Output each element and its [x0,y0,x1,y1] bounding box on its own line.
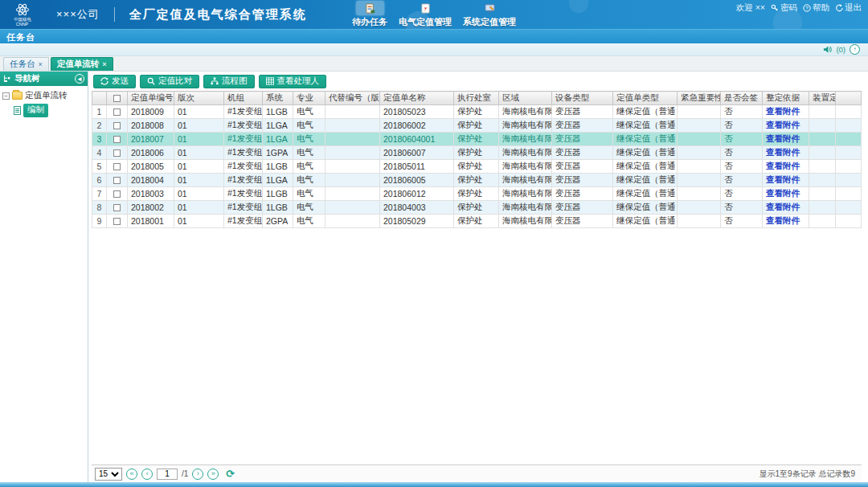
table-cell: 电气 [293,215,326,228]
column-header[interactable]: 定值单名称 [380,92,454,105]
column-header[interactable]: 系统 [263,92,293,105]
table-cell [809,215,836,228]
prev-page-button[interactable]: ‹ [141,469,153,480]
flowchart-button[interactable]: 流程图 [203,75,255,88]
filler-cell [835,215,862,228]
column-header[interactable]: 专业 [293,92,326,105]
row-checkbox[interactable] [113,108,121,116]
table-row[interactable]: 8201800201#1发变组1LGB电气201804003保护处海南核电有限公… [92,201,862,215]
last-page-button[interactable]: » [207,469,219,480]
page-size-select[interactable]: 15 [95,468,122,481]
column-header[interactable]: 版次 [174,92,224,105]
svg-text:?: ? [805,5,809,10]
folder-icon [12,92,23,100]
view-attachment-link[interactable]: 查看附件 [766,188,800,198]
column-header[interactable]: 代替编号（版次） [326,92,380,105]
tree-node-root[interactable]: − 定值单流转 [2,89,85,102]
table-row[interactable]: 3201800701#1发变组1LGA电气20180604001保护处海南核电有… [92,133,862,146]
row-checkbox[interactable] [113,163,121,170]
table-cell: 2018002 [128,201,174,215]
column-header[interactable]: 装置定值 [809,92,836,105]
refresh-button[interactable]: ⟳ [226,468,235,480]
nav-item-todo-tasks[interactable]: 待办任务 [352,1,387,28]
tab-close-icon[interactable]: × [102,61,106,68]
table-cell: 1LGB [263,160,293,174]
table-row[interactable]: 2201800801#1发变组1LGA电气201806002保护处海南核电有限公… [92,119,862,133]
view-attachment-link[interactable]: 查看附件 [766,202,800,211]
setting-compare-button[interactable]: 定值比对 [140,75,199,88]
table-cell [809,160,836,174]
nav-item-system-setting-mgmt[interactable]: 系统定值管理 [463,1,516,28]
select-all-checkbox[interactable] [113,95,121,102]
send-button-label: 发送 [112,76,129,87]
tree-child-label[interactable]: 编制 [23,104,48,117]
view-attachment-link[interactable]: 查看附件 [766,133,800,143]
view-attachment-link[interactable]: 查看附件 [766,215,800,225]
table-row[interactable]: 1201800901#1发变组1LGB电气201805023保护处海南核电有限公… [92,105,862,119]
checkbox-cell [107,174,128,187]
page-number-input[interactable] [157,469,178,480]
tab-setting-sheet-flow[interactable]: 定值单流转 × [51,57,113,71]
column-header[interactable]: 区域 [499,92,552,105]
view-attachment-link[interactable]: 查看附件 [766,174,800,184]
send-button[interactable]: 发送 [93,75,136,88]
row-checkbox[interactable] [113,122,121,129]
main-nav: 待办任务 电气定值管理 系统定值管理 [352,1,516,28]
table-cell: 海南核电有限公司 [499,215,552,228]
column-header[interactable]: 定值单类型 [613,92,678,105]
nav-item-electrical-setting-mgmt[interactable]: 电气定值管理 [399,1,452,28]
table-cell: 海南核电有限公司 [499,201,552,215]
table-row[interactable]: 5201800501#1发变组1LGB电气201805011保护处海南核电有限公… [92,160,862,174]
table-cell: 2018007 [128,133,174,146]
tab-close-icon[interactable]: × [39,61,43,68]
next-page-button[interactable]: › [192,469,203,480]
table-row[interactable]: 4201800601#1发变组1GPA电气201806007保护处海南核电有限公… [92,146,862,160]
help-link[interactable]: ? 帮助 [803,2,829,14]
column-header[interactable]: 定值单编号 [128,92,174,105]
row-checkbox[interactable] [113,218,121,225]
scroll-top-button[interactable]: ↑ [850,44,860,55]
view-attachment-link[interactable]: 查看附件 [766,120,800,129]
column-header[interactable]: 机组 [224,92,263,105]
speaker-icon[interactable] [823,45,832,54]
table-cell: 查看附件 [763,133,809,146]
tree-node-compile[interactable]: 编制 [14,104,85,117]
logout-icon [835,4,843,12]
row-checkbox[interactable] [113,204,121,211]
table-cell [678,174,721,187]
table-cell: #1发变组 [224,146,263,160]
row-checkbox[interactable] [113,136,121,143]
table-cell: 2GPA [263,215,293,228]
row-checkbox[interactable] [113,190,121,198]
tab-workbench[interactable]: 任务台 × [3,57,49,71]
tree-expander-icon[interactable]: − [2,92,10,100]
nav-tree-title: 导航树 [14,73,40,84]
table-cell: 否 [721,105,763,119]
column-header[interactable]: 是否会签 [721,92,763,105]
table-row[interactable]: 7201800301#1发变组1LGB电气201806012保护处海南核电有限公… [92,187,862,201]
view-attachment-link[interactable]: 查看附件 [766,147,800,157]
sidebar-collapse-button[interactable]: ◄ [75,74,84,84]
row-checkbox[interactable] [113,177,121,184]
password-link[interactable]: 密码 [771,2,797,14]
view-attachment-link[interactable]: 查看附件 [766,161,800,170]
column-header[interactable]: 整定依据 [763,92,809,105]
view-handler-button[interactable]: 查看处理人 [259,75,327,88]
checkbox-cell [107,105,128,119]
notice-bar: (0) ↑ [0,43,868,56]
table-row[interactable]: 9201800101#1发变组2GPA电气201805029保护处海南核电有限公… [92,215,862,228]
total-pages-label: /1 [182,469,188,478]
first-page-button[interactable]: « [126,469,137,480]
table-cell: 否 [721,160,763,174]
tree-root-label[interactable]: 定值单流转 [25,90,68,101]
column-header[interactable]: 紧急重要性 [678,92,721,105]
logo-caption-en: CNNP [16,22,28,26]
logout-link[interactable]: 退出 [835,2,862,14]
welcome-text: 欢迎 ×× [736,2,765,14]
row-checkbox[interactable] [113,149,121,157]
view-attachment-link[interactable]: 查看附件 [766,106,800,116]
column-header[interactable]: 设备类型 [552,92,613,105]
column-header[interactable]: 执行处室 [454,92,499,105]
tab-label: 任务台 [10,59,35,70]
table-row[interactable]: 6201800401#1发变组1LGA电气201806005保护处海南核电有限公… [92,174,862,187]
